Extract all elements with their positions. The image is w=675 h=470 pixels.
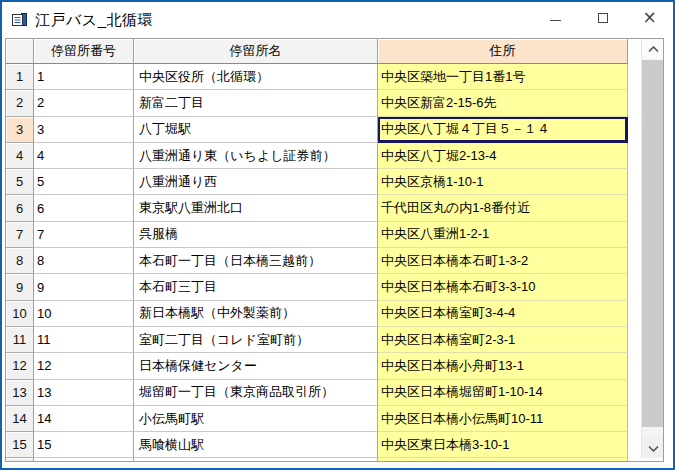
table-row: 77呉服橋中央区八重洲1-2-1 bbox=[6, 222, 663, 248]
stop-number-cell[interactable]: 7 bbox=[34, 222, 134, 248]
stop-number-cell[interactable]: 6 bbox=[34, 195, 134, 221]
table-row: 1212日本橋保健センター中央区日本橋小舟町13-1 bbox=[6, 353, 663, 379]
table-row: 1414小伝馬町駅中央区日本橋小伝馬町10-11 bbox=[6, 406, 663, 432]
stop-name-cell[interactable]: 新富二丁目 bbox=[134, 90, 378, 116]
row-header-cell[interactable]: 14 bbox=[6, 406, 34, 432]
address-cell[interactable]: 中央区日本橋堀留町1-10-14 bbox=[378, 380, 628, 406]
row-header-cell[interactable]: 2 bbox=[6, 90, 34, 116]
stop-name-cell[interactable]: 本石町一丁目（日本橋三越前） bbox=[134, 248, 378, 274]
row-header-cell[interactable]: 3 bbox=[6, 117, 34, 143]
stop-name-cell[interactable]: 呉服橋 bbox=[134, 222, 378, 248]
row-header-cell[interactable]: 13 bbox=[6, 380, 34, 406]
stop-number-cell[interactable]: 3 bbox=[34, 117, 134, 143]
address-cell[interactable]: 中央区東日本橋3-10-1 bbox=[378, 432, 628, 458]
column-header-address[interactable]: 住所 bbox=[378, 39, 628, 64]
close-button[interactable]: × bbox=[626, 2, 673, 33]
row-header-cell[interactable]: 15 bbox=[6, 432, 34, 458]
address-cell[interactable]: 中央区日本橋室町3-4-4 bbox=[378, 301, 628, 327]
table-row: 22新富二丁目中央区新富2-15-6先 bbox=[6, 90, 663, 116]
minimize-button[interactable] bbox=[532, 2, 579, 33]
column-header-stop-name[interactable]: 停留所名 bbox=[134, 39, 378, 64]
row-header-cell[interactable]: 7 bbox=[6, 222, 34, 248]
row-header-cell[interactable]: 10 bbox=[6, 301, 34, 327]
address-cell[interactable]: 中央区日本橋本石町3-3-10 bbox=[378, 274, 628, 300]
app-window: 江戸バス_北循環 × 停留所番号 停留所名 住所 11中央区役所（北循環）中央区… bbox=[0, 0, 675, 470]
stop-number-cell[interactable]: 1 bbox=[34, 64, 134, 90]
stop-name-cell[interactable]: 堀留町一丁目（東京商品取引所） bbox=[134, 380, 378, 406]
address-cell[interactable]: 中央区日本橋小舟町13-1 bbox=[378, 353, 628, 379]
stop-number-cell[interactable]: 10 bbox=[34, 301, 134, 327]
row-header-cell[interactable]: 9 bbox=[6, 274, 34, 300]
stop-number-cell[interactable]: 8 bbox=[34, 248, 134, 274]
stop-number-cell[interactable]: 5 bbox=[34, 169, 134, 195]
address-cell bbox=[378, 458, 628, 462]
vertical-scrollbar[interactable] bbox=[641, 39, 663, 458]
stop-number-cell bbox=[34, 458, 134, 462]
stop-number-cell[interactable]: 2 bbox=[34, 90, 134, 116]
table-row: 44八重洲通り東（いちよし証券前）中央区八丁堀2-13-4 bbox=[6, 143, 663, 169]
table-row: 11中央区役所（北循環）中央区築地一丁目1番1号 bbox=[6, 64, 663, 90]
scroll-up-button[interactable] bbox=[642, 39, 664, 59]
maximize-button[interactable] bbox=[579, 2, 626, 33]
row-header-cell[interactable]: 5 bbox=[6, 169, 34, 195]
table-row: 1010新日本橋駅（中外製薬前）中央区日本橋室町3-4-4 bbox=[6, 301, 663, 327]
stop-number-cell[interactable]: 13 bbox=[34, 380, 134, 406]
address-cell[interactable]: 中央区八重洲1-2-1 bbox=[378, 222, 628, 248]
stop-number-cell[interactable]: 12 bbox=[34, 353, 134, 379]
address-cell[interactable]: 中央区日本橋小伝馬町10-11 bbox=[378, 406, 628, 432]
row-header-cell[interactable]: 12 bbox=[6, 353, 34, 379]
window-title: 江戸バス_北循環 bbox=[35, 11, 153, 30]
data-grid: 停留所番号 停留所名 住所 11中央区役所（北循環）中央区築地一丁目1番1号22… bbox=[5, 38, 664, 462]
grid-body: 11中央区役所（北循環）中央区築地一丁目1番1号22新富二丁目中央区新富2-15… bbox=[6, 64, 663, 462]
table-row: 1515馬喰横山駅中央区東日本橋3-10-1 bbox=[6, 432, 663, 458]
address-cell[interactable]: 中央区日本橋室町2-3-1 bbox=[378, 327, 628, 353]
table-row: 99本石町三丁目中央区日本橋本石町3-3-10 bbox=[6, 274, 663, 300]
row-header-cell bbox=[6, 458, 34, 462]
row-header-cell[interactable]: 1 bbox=[6, 64, 34, 90]
stop-name-cell[interactable]: 本石町三丁目 bbox=[134, 274, 378, 300]
stop-name-cell[interactable]: 馬喰横山駅 bbox=[134, 432, 378, 458]
stop-name-cell[interactable]: 八重洲通り西 bbox=[134, 169, 378, 195]
stop-name-cell[interactable]: 八丁堀駅 bbox=[134, 117, 378, 143]
stop-number-cell[interactable]: 15 bbox=[34, 432, 134, 458]
row-header-cell[interactable]: 6 bbox=[6, 195, 34, 221]
address-cell[interactable]: 中央区築地一丁目1番1号 bbox=[378, 64, 628, 90]
column-header-stop-number[interactable]: 停留所番号 bbox=[34, 39, 134, 64]
scroll-down-button[interactable] bbox=[642, 438, 664, 458]
row-header-cell[interactable]: 11 bbox=[6, 327, 34, 353]
grid-header-row: 停留所番号 停留所名 住所 bbox=[6, 39, 663, 64]
stop-name-cell[interactable]: 室町二丁目（コレド室町前） bbox=[134, 327, 378, 353]
form-window-icon[interactable] bbox=[11, 12, 28, 28]
titlebar[interactable]: 江戸バス_北循環 × bbox=[2, 2, 673, 38]
address-cell[interactable]: 千代田区丸の内1-8番付近 bbox=[378, 195, 628, 221]
address-cell[interactable]: 中央区八丁堀４丁目５－１４ bbox=[378, 117, 628, 143]
maximize-icon bbox=[598, 13, 608, 23]
close-icon: × bbox=[642, 9, 656, 26]
stop-number-cell[interactable]: 4 bbox=[34, 143, 134, 169]
chevron-up-icon bbox=[648, 46, 659, 53]
table-row: 88本石町一丁目（日本橋三越前）中央区日本橋本石町1-3-2 bbox=[6, 248, 663, 274]
stop-name-cell[interactable]: 新日本橋駅（中外製薬前） bbox=[134, 301, 378, 327]
table-row: 66東京駅八重洲北口千代田区丸の内1-8番付近 bbox=[6, 195, 663, 221]
stop-name-cell[interactable]: 日本橋保健センター bbox=[134, 353, 378, 379]
stop-name-cell[interactable]: 中央区役所（北循環） bbox=[134, 64, 378, 90]
stop-number-cell[interactable]: 14 bbox=[34, 406, 134, 432]
address-cell[interactable]: 中央区八丁堀2-13-4 bbox=[378, 143, 628, 169]
stop-number-cell[interactable]: 9 bbox=[34, 274, 134, 300]
partial-next-row bbox=[6, 458, 663, 462]
address-cell[interactable]: 中央区新富2-15-6先 bbox=[378, 90, 628, 116]
row-header-cell[interactable]: 4 bbox=[6, 143, 34, 169]
row-header-cell[interactable]: 8 bbox=[6, 248, 34, 274]
stop-name-cell[interactable]: 小伝馬町駅 bbox=[134, 406, 378, 432]
table-row: 55八重洲通り西中央区京橋1-10-1 bbox=[6, 169, 663, 195]
select-all-corner-cell[interactable] bbox=[6, 39, 34, 64]
stop-number-cell[interactable]: 11 bbox=[34, 327, 134, 353]
chevron-down-icon bbox=[648, 445, 659, 452]
table-row: 1111室町二丁目（コレド室町前）中央区日本橋室町2-3-1 bbox=[6, 327, 663, 353]
address-cell[interactable]: 中央区日本橋本石町1-3-2 bbox=[378, 248, 628, 274]
stop-name-cell[interactable]: 東京駅八重洲北口 bbox=[134, 195, 378, 221]
address-cell[interactable]: 中央区京橋1-10-1 bbox=[378, 169, 628, 195]
table-row: 1313堀留町一丁目（東京商品取引所）中央区日本橋堀留町1-10-14 bbox=[6, 380, 663, 406]
scrollbar-thumb[interactable] bbox=[642, 60, 664, 427]
stop-name-cell[interactable]: 八重洲通り東（いちよし証券前） bbox=[134, 143, 378, 169]
